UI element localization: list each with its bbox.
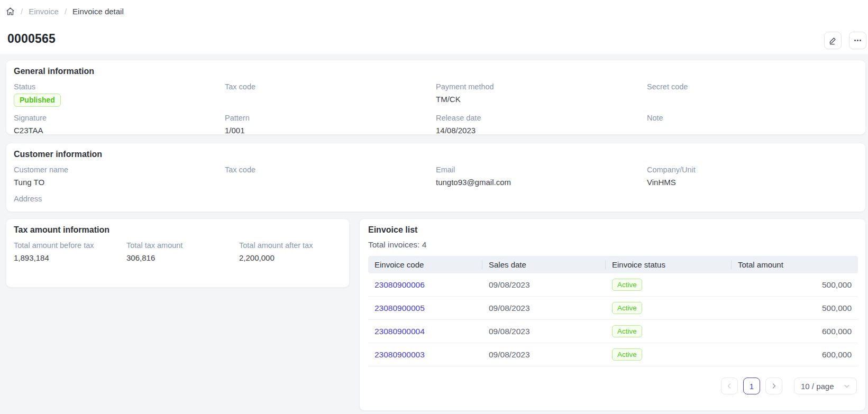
customer-information-fields: Customer name Tung TO Tax code Email tun… [14,165,858,217]
field-total-tax: Total tax amount 306,816 [126,241,239,263]
sales-date-cell: 09/08/2023 [482,320,606,343]
pagination: 1 10 / page [368,378,857,394]
home-icon[interactable] [6,7,15,16]
page-header: / Einvoice / Einvoice detail 0000565 [0,0,868,54]
einvoice-code-link[interactable]: 23080900006 [374,280,425,289]
field-customer-tax-code: Tax code [225,165,436,188]
table-row: 23080900004 09/08/2023 Active 600,000 [368,320,858,343]
einvoice-status-badge: Active [612,302,642,314]
field-customer-name: Customer name Tung TO [14,165,225,188]
general-information-card: General information Status Published Tax… [6,60,866,135]
field-total-before-tax: Total amount before tax 1,893,184 [14,241,126,263]
einvoice-list-card: Einvoice list Total invoices: 4 Einvoice… [359,218,866,411]
field-tax-code: Tax code [225,82,436,107]
table-row: 23080900005 09/08/2023 Active 500,000 [368,297,858,320]
einvoice-table: Einvoice code Sales date Einvoice status… [368,256,858,366]
column-header-einvoice-status: Einvoice status [606,256,732,273]
field-email: Email tungto93@gmail.com [436,165,647,188]
einvoice-code-link[interactable]: 23080900005 [374,303,425,312]
field-note: Note [647,114,858,136]
einvoice-status-badge: Active [612,325,642,337]
total-amount-cell: 500,000 [732,273,858,297]
tax-amount-fields: Total amount before tax 1,893,184 Total … [14,241,342,263]
column-header-sales-date: Sales date [482,256,606,273]
field-signature: Signature C23TAA [14,114,225,136]
field-company-unit: Company/Unit VinHMS [647,165,858,188]
field-status: Status Published [14,82,225,107]
total-amount-cell: 600,000 [732,343,858,366]
total-invoices-count: Total invoices: 4 [368,240,857,250]
einvoice-detail-page: / Einvoice / Einvoice detail 0000565 [0,0,868,414]
breadcrumb-item-einvoice[interactable]: Einvoice [29,7,59,16]
chevron-right-icon [771,383,777,389]
pagination-prev-button[interactable] [721,378,738,394]
page-size-value: 10 / page [801,382,834,391]
total-amount-cell: 500,000 [732,297,858,320]
sales-date-cell: 09/08/2023 [482,297,606,320]
column-header-total-amount: Total amount [732,256,858,273]
customer-information-title: Customer information [14,150,858,159]
edit-pencil-icon [828,36,837,45]
tax-amount-title: Tax amount information [14,225,342,235]
field-payment-method: Payment method TM/CK [436,82,647,107]
more-actions-button[interactable] [849,32,866,49]
column-header-einvoice-code: Einvoice code [368,256,482,273]
total-amount-cell: 600,000 [732,320,858,343]
einvoice-list-title: Einvoice list [368,225,857,235]
page-size-select[interactable]: 10 / page [794,378,857,394]
einvoice-code-link[interactable]: 23080900003 [374,350,425,359]
breadcrumb-separator: / [65,7,67,16]
field-secret-code: Secret code [647,82,858,107]
field-release-date: Release date 14/08/2023 [436,114,647,136]
general-information-title: General information [14,67,858,76]
field-total-after-tax: Total amount after tax 2,200,000 [239,241,342,263]
customer-information-card: Customer information Customer name Tung … [6,143,866,212]
ellipsis-icon [853,36,862,45]
sales-date-cell: 09/08/2023 [482,273,606,297]
sales-date-cell: 09/08/2023 [482,343,606,366]
page-title: 0000565 [7,32,56,46]
chevron-left-icon [726,383,733,389]
status-badge: Published [14,94,61,107]
general-information-fields: Status Published Tax code Payment method… [14,82,858,136]
table-row: 23080900003 09/08/2023 Active 600,000 [368,343,858,366]
einvoice-status-badge: Active [612,348,642,361]
table-row: 23080900006 09/08/2023 Active 500,000 [368,273,858,297]
pagination-page-1-button[interactable]: 1 [743,378,760,394]
breadcrumb-separator: / [21,7,23,16]
breadcrumb: / Einvoice / Einvoice detail [6,7,124,16]
table-header-row: Einvoice code Sales date Einvoice status… [368,256,858,273]
breadcrumb-item-einvoice-detail: Einvoice detail [72,7,124,16]
edit-button[interactable] [824,32,842,49]
title-actions [824,32,866,49]
field-pattern: Pattern 1/001 [225,114,436,136]
einvoice-status-badge: Active [612,279,642,291]
pagination-next-button[interactable] [765,378,782,394]
field-address: Address [14,195,225,217]
chevron-down-icon [844,383,850,389]
tax-amount-card: Tax amount information Total amount befo… [6,218,350,288]
einvoice-code-link[interactable]: 23080900004 [374,327,425,336]
